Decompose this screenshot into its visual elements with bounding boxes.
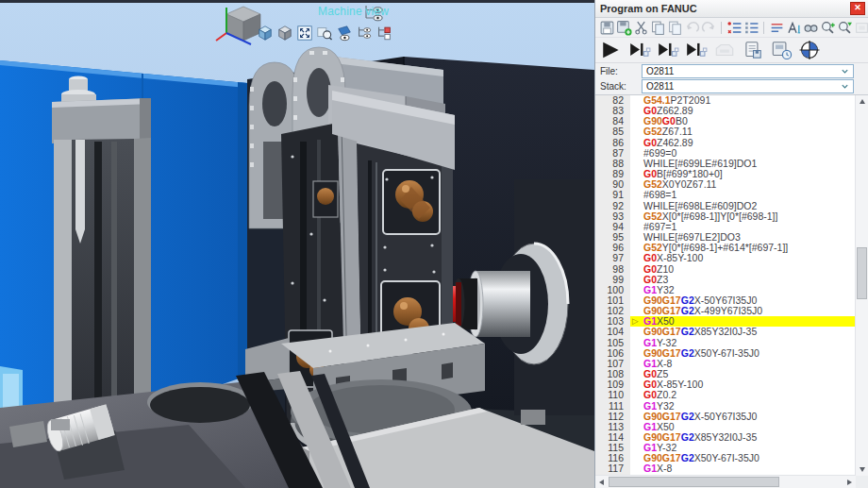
close-icon[interactable]: ✕	[850, 2, 865, 15]
stack-select[interactable]: O2811	[642, 79, 854, 93]
view-label: Machine view	[318, 5, 389, 18]
code-line[interactable]: 97G0X-85Y-100	[595, 253, 856, 263]
code-line[interactable]: 110G0Z0.2	[595, 390, 856, 400]
isometric-view-icon[interactable]	[257, 25, 274, 42]
line-number: 117	[595, 463, 630, 474]
zoom-in-icon[interactable]	[820, 20, 836, 36]
file-value: O2811	[646, 66, 841, 76]
panel-titlebar[interactable]: Program on FANUC ✕	[595, 0, 868, 18]
step-into-icon[interactable]	[657, 40, 679, 60]
line-number: 91	[595, 190, 630, 200]
line-number: 110	[595, 390, 630, 400]
code-line[interactable]: 89G0B[#699*180+0]	[595, 169, 856, 179]
code-line[interactable]: 107G1X-8	[595, 359, 856, 369]
horizontal-scroll-thumb[interactable]	[609, 477, 779, 487]
application-window: Machine view Program on FANUC ✕ File: O2…	[0, 0, 868, 488]
cube-view-icon[interactable]	[276, 25, 293, 42]
code-editor: 82G54.1P2T209183G0Z662.8984G90G0B085G52Z…	[595, 94, 868, 488]
horizontal-scrollbar[interactable]	[595, 475, 856, 488]
stack-row: Stack: O2811	[595, 79, 868, 93]
vertical-scrollbar[interactable]	[855, 95, 868, 476]
undo-icon	[684, 20, 700, 36]
stack-value: O2811	[646, 81, 841, 92]
view-normal-icon[interactable]	[336, 25, 353, 42]
font-icon[interactable]	[786, 20, 802, 36]
visibility-tree-icon[interactable]	[356, 25, 373, 42]
scroll-down-icon[interactable]	[860, 467, 865, 472]
code-line[interactable]: 84G90G0B0	[595, 116, 856, 126]
nc-monitor-icon[interactable]	[770, 40, 793, 60]
scrollbar-corner	[856, 476, 868, 488]
code-line[interactable]: 109G0X-85Y-100	[595, 379, 856, 390]
code-line[interactable]: 99G0Z3	[595, 275, 856, 285]
code-line[interactable]: 85G52Z67.11	[595, 126, 856, 137]
code-line[interactable]: 93G52X[0*[#698-1]]Y[0*[#698-1]]	[595, 211, 856, 222]
line-number: 104	[595, 327, 630, 337]
machine-3d-viewport[interactable]: Machine view	[0, 0, 594, 488]
scroll-up-icon[interactable]	[860, 99, 865, 104]
code-line[interactable]: 104G90G17G2X85Y32I0J-35	[595, 327, 856, 337]
line-number: 98	[595, 264, 630, 275]
code-line[interactable]: 106G90G17G2X50Y-67I-35J0	[595, 348, 856, 359]
save-nc-icon[interactable]	[742, 40, 764, 60]
current-line-marker-icon: ▷	[632, 316, 639, 327]
file-select[interactable]: O2811	[642, 64, 854, 78]
cut-icon[interactable]	[633, 20, 649, 36]
vertical-scroll-thumb[interactable]	[857, 247, 867, 298]
fit-view-icon[interactable]	[296, 25, 313, 42]
step-over-icon[interactable]	[685, 40, 708, 60]
line-number: 85	[595, 126, 630, 137]
copy-icon[interactable]	[650, 20, 666, 36]
code-line[interactable]: 82G54.1P2T2091	[595, 95, 856, 106]
chevron-down-icon	[841, 67, 849, 76]
zoom-window-icon[interactable]	[316, 25, 333, 42]
machine-3d-render	[0, 0, 594, 488]
line-number: 111	[595, 401, 630, 412]
code-listing[interactable]: 82G54.1P2T209183G0Z662.8984G90G0B085G52Z…	[595, 95, 856, 476]
run-toolbar	[595, 38, 868, 63]
code-line[interactable]: 112G90G17G2X-50Y67I35J0	[595, 412, 856, 422]
origin-crosshair-icon[interactable]	[798, 40, 821, 60]
machine-icon	[713, 40, 736, 60]
chevron-down-icon	[841, 82, 849, 91]
step-block-icon[interactable]	[628, 40, 651, 60]
snapshot-icon	[854, 20, 868, 36]
redo-icon	[701, 20, 717, 36]
code-line[interactable]: 83G0Z662.89	[595, 106, 856, 116]
code-line[interactable]: 102G90G17G2X-499Y67I35J0	[595, 306, 856, 316]
toolbar-separator	[721, 22, 722, 34]
code-line[interactable]: 116G90G17G2X50Y-67I-35J0	[595, 453, 856, 463]
code-line[interactable]: 98G0Z10	[595, 264, 856, 275]
run-icon[interactable]	[600, 40, 623, 60]
code-line[interactable]: 90G52X0Y0Z67.11	[595, 179, 856, 190]
line-number: 97	[595, 253, 630, 263]
code-line[interactable]: 86G0Z462.89	[595, 138, 856, 148]
file-row: File: O2811	[595, 64, 868, 78]
program-panel: Program on FANUC ✕ File: O2811 Stack: O2…	[594, 0, 868, 488]
panel-title: Program on FANUC	[600, 3, 850, 14]
find-next-icon[interactable]	[837, 20, 853, 36]
file-label: File:	[600, 66, 642, 76]
scroll-left-icon[interactable]	[599, 480, 604, 485]
code-line[interactable]: 96G52Y[0*[#698-1]+#614*[#697-1]]	[595, 243, 856, 253]
stack-label: Stack:	[600, 81, 642, 92]
compare-icon[interactable]	[769, 20, 785, 36]
door-column	[52, 76, 151, 443]
code-line[interactable]: 117G1X-8	[595, 463, 856, 474]
scroll-right-icon[interactable]	[847, 480, 852, 485]
paste-icon[interactable]	[667, 20, 683, 36]
workpiece-bronze-left-upper	[317, 188, 334, 205]
code-line[interactable]: 108G0Z5	[595, 369, 856, 379]
save-all-icon[interactable]	[616, 20, 632, 36]
code-line[interactable]: 88WHILE[#699LE#619]DO1	[595, 159, 856, 169]
toolbar-separator	[763, 22, 764, 34]
view-toolbar	[257, 25, 392, 42]
component-tree-icon[interactable]	[376, 25, 392, 42]
save-icon[interactable]	[599, 20, 615, 36]
code-line[interactable]: 114G90G17G2X85Y32I0J-35	[595, 432, 856, 443]
breakpoint-list-icon[interactable]	[726, 20, 743, 36]
find-icon[interactable]	[803, 20, 819, 36]
edit-toolbar	[595, 18, 868, 38]
line-numbers-icon[interactable]	[743, 20, 760, 36]
